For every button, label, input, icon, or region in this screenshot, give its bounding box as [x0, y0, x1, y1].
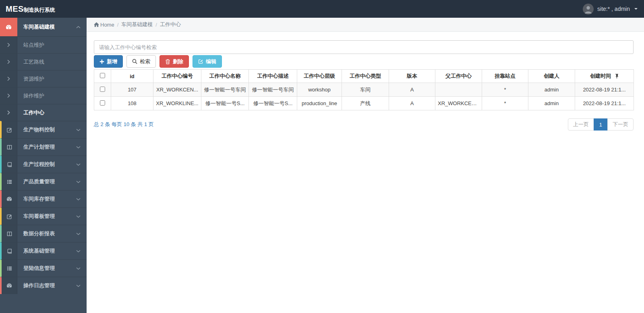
dashboard-icon — [2, 277, 17, 294]
sidebar-item-station-maintenance[interactable]: 站点维护 — [0, 36, 87, 53]
sidebar-nav: 车间基础建模 站点维护 工艺路线 资源维护 操作维护 — [0, 18, 87, 313]
cell-type: 车间 — [342, 83, 389, 97]
chevron-right-icon — [0, 87, 17, 104]
breadcrumb-item: 车间基础建模 — [121, 21, 153, 28]
column-header-description: 工作中心描述 — [249, 70, 297, 83]
delete-button-label: 删除 — [173, 58, 183, 65]
sidebar-group-material-control[interactable]: 生产物料控制 — [0, 121, 87, 138]
sidebar-group-inventory-management[interactable]: 车间库存管理 — [0, 190, 87, 207]
row-checkbox[interactable] — [100, 100, 105, 106]
edit-icon — [2, 121, 17, 138]
delete-button[interactable]: 删除 — [159, 55, 189, 68]
column-header-version: 版本 — [389, 70, 435, 83]
add-button[interactable]: 新增 — [94, 55, 123, 68]
chevron-down-icon — [76, 243, 87, 259]
sidebar-group-label: 生产过程控制 — [17, 156, 76, 173]
sidebar-item-label: 工艺路线 — [17, 54, 87, 70]
cell-creator: admin — [528, 83, 575, 97]
table-row[interactable]: 108 XR_WORKLINE... 修一智能一号S... 修一智能一号S...… — [94, 97, 634, 110]
caret-down-icon — [634, 8, 638, 10]
breadcrumb: Home / 车间基础建模 / 工作中心 — [87, 18, 644, 32]
brand-logo-bold: MES — [6, 4, 24, 14]
sidebar-group-workshop-modeling[interactable]: 车间基础建模 — [0, 18, 87, 36]
table-row[interactable]: 107 XR_WORKCEN... 修一智能一号车间 修一智能一号车间 work… — [94, 83, 634, 97]
cell-code: XR_WORKLINE... — [153, 97, 201, 110]
cell-parent — [435, 83, 482, 97]
breadcrumb-item-current: 工作中心 — [160, 21, 181, 28]
sidebar-group-label: 产品质量管理 — [17, 173, 76, 190]
column-header-creator: 创建人 — [528, 70, 575, 83]
table-header-row: id 工作中心编号 工作中心名称 工作中心描述 工作中心层级 工作中心类型 版本… — [94, 70, 634, 83]
cell-type: 产线 — [342, 97, 389, 110]
columns-icon — [2, 139, 17, 155]
sidebar-item-process-route[interactable]: 工艺路线 — [0, 53, 87, 70]
dashboard-icon — [0, 18, 17, 36]
select-all-cell — [94, 70, 111, 83]
work-center-panel: 新增 检索 删除 编辑 — [87, 32, 644, 131]
list-icon — [2, 260, 17, 277]
book-icon — [2, 156, 17, 173]
chevron-down-icon — [76, 121, 87, 138]
column-header-id: id — [111, 70, 153, 83]
sidebar-item-operation-maintenance[interactable]: 操作维护 — [0, 87, 87, 104]
row-select-cell — [94, 83, 111, 97]
work-center-table: id 工作中心编号 工作中心名称 工作中心描述 工作中心层级 工作中心类型 版本… — [94, 69, 634, 110]
sidebar-group-label: 操作日志管理 — [17, 277, 76, 294]
top-navbar: MES 制造执行系统 site:* , admin — [0, 0, 644, 18]
breadcrumb-home-label: Home — [100, 22, 114, 28]
search-button-label: 检索 — [140, 58, 150, 65]
sidebar-group-kanban-management[interactable]: 车间看板管理 — [0, 207, 87, 225]
sidebar-group-plan-management[interactable]: 生产计划管理 — [0, 138, 87, 155]
column-header-level: 工作中心层级 — [297, 70, 342, 83]
chevron-down-icon — [76, 173, 87, 190]
home-icon — [94, 22, 99, 27]
pagination-summary: 总 2 条 每页 10 条 共 1 页 — [94, 121, 154, 128]
column-header-type: 工作中心类型 — [342, 70, 389, 83]
row-select-cell — [94, 97, 111, 110]
sidebar-group-quality-management[interactable]: 产品质量管理 — [0, 173, 87, 190]
breadcrumb-home-link[interactable]: Home — [94, 22, 114, 28]
sidebar-group-data-analysis-reports[interactable]: 数据分析报表 — [0, 225, 87, 242]
columns-icon — [2, 225, 17, 242]
chevron-down-icon — [76, 139, 87, 155]
main-content: Home / 车间基础建模 / 工作中心 新增 检索 — [87, 18, 644, 313]
cell-id: 108 — [111, 97, 153, 110]
column-header-name: 工作中心名称 — [201, 70, 249, 83]
prev-page-button[interactable]: 上一页 — [568, 118, 594, 131]
column-header-parent: 父工作中心 — [435, 70, 482, 83]
cell-description: 修一智能一号S... — [249, 97, 297, 110]
sidebar-group-operation-log-management[interactable]: 操作日志管理 — [0, 277, 87, 294]
breadcrumb-separator: / — [155, 22, 157, 28]
cell-id: 107 — [111, 83, 153, 97]
edit-icon — [2, 208, 17, 225]
cell-name: 修一智能一号车间 — [201, 83, 249, 97]
list-icon — [2, 173, 17, 190]
search-input[interactable] — [94, 40, 634, 54]
row-checkbox[interactable] — [100, 87, 105, 92]
cell-version: A — [389, 83, 435, 97]
sidebar-group-process-control[interactable]: 生产过程控制 — [0, 155, 87, 173]
sidebar-group-login-info-management[interactable]: 登陆信息管理 — [0, 259, 87, 277]
pin-icon[interactable] — [615, 74, 619, 79]
cell-station: * — [482, 97, 528, 110]
add-button-label: 新增 — [107, 58, 117, 65]
user-dropdown[interactable]: site:* , admin — [583, 4, 638, 15]
app-window: MES 制造执行系统 site:* , admin 车间基础建模 — [0, 0, 644, 313]
sidebar-item-work-center[interactable]: 工作中心 — [0, 104, 87, 121]
sidebar-group-system-management[interactable]: 系统基础管理 — [0, 242, 87, 259]
chevron-down-icon — [76, 208, 87, 225]
next-page-button[interactable]: 下一页 — [607, 118, 634, 131]
sidebar-group-label: 登陆信息管理 — [17, 260, 76, 277]
chevron-down-icon — [76, 277, 87, 294]
edit-button[interactable]: 编辑 — [193, 55, 222, 68]
chevron-right-icon — [0, 54, 17, 70]
column-header-create-time: 创建时间 — [575, 70, 634, 83]
select-all-checkbox[interactable] — [100, 73, 105, 78]
book-icon — [2, 243, 17, 259]
search-button[interactable]: 检索 — [126, 55, 156, 68]
column-header-station: 挂靠站点 — [482, 70, 528, 83]
sidebar-item-label: 站点维护 — [17, 37, 87, 53]
sidebar-item-resource-maintenance[interactable]: 资源维护 — [0, 70, 87, 87]
sidebar-group-label: 车间基础建模 — [17, 18, 76, 36]
page-1-button[interactable]: 1 — [594, 118, 608, 131]
